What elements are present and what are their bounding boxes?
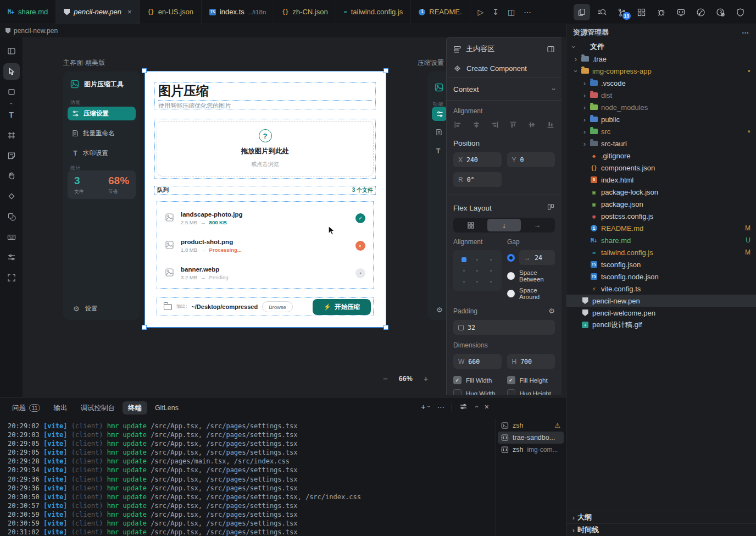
align-middle-v-icon[interactable] (527, 120, 536, 129)
note-tool-icon[interactable] (3, 147, 20, 164)
terminal-config-icon[interactable] (459, 402, 468, 411)
zoom-in-button[interactable]: + (424, 374, 429, 383)
tree-item[interactable]: .trae (566, 53, 756, 65)
tree-item[interactable]: .vscode (566, 77, 756, 89)
width-input[interactable]: W660 (453, 354, 502, 369)
align-top-icon[interactable] (509, 120, 518, 129)
editor-tab[interactable]: TS index.ts .../i18n (202, 0, 274, 24)
tree-item[interactable]: src-tauri (566, 137, 756, 150)
tree-item[interactable]: node_modules (566, 101, 756, 113)
panel-tab[interactable]: 问题 11 (7, 401, 46, 415)
design-header-block[interactable]: 图片压缩 使用智能压缩优化您的图片 (154, 82, 376, 109)
start-compress-button[interactable]: ⚡ 开始压缩 (313, 299, 371, 315)
hug-width-checkbox[interactable]: Hug Width (453, 389, 502, 395)
position-y-input[interactable]: Y0 (507, 152, 555, 167)
pencil-plugin-icon[interactable] (692, 4, 709, 20)
text-tool-icon[interactable]: T (3, 107, 20, 123)
tree-item[interactable]: pencil-new.pen (566, 295, 756, 307)
queue-file-row[interactable]: product-shot.png 1.8 MB → Processing... … (157, 234, 373, 258)
breadcrumb[interactable]: pencil-new.pen (0, 24, 566, 37)
selection-handle-tl[interactable] (142, 68, 147, 73)
design-settings-link[interactable]: ⚙ 设置 (73, 305, 98, 313)
tree-item[interactable]: ▣ package-lock.json (566, 186, 756, 198)
flex-grid-option[interactable] (454, 219, 487, 231)
design-nav-watermark[interactable]: T 水印设置 (68, 146, 136, 160)
fill-width-checkbox[interactable]: ✓Fill Width (453, 376, 502, 384)
tree-item[interactable]: ▣ package.json (566, 198, 756, 210)
context-section-toggle[interactable]: Context › (453, 78, 555, 100)
toggle-panel-icon[interactable] (3, 43, 20, 59)
close-tab-icon[interactable]: × (127, 8, 132, 16)
download-icon[interactable]: ↧ (492, 8, 499, 16)
gap-input[interactable]: ↔ 24 (519, 250, 555, 265)
frame-label-settings[interactable]: 压缩设置 (418, 58, 444, 68)
tree-item[interactable]: dist (566, 89, 756, 101)
editor-tab[interactable]: i README. (411, 0, 470, 24)
search-icon[interactable] (593, 4, 610, 20)
queue-file-row[interactable]: banner.webp 3.2 MB → Pending • (157, 261, 373, 285)
tree-item[interactable]: ⚡ vite.config.ts (566, 283, 756, 295)
rotation-input[interactable]: R0° (453, 172, 502, 187)
tree-item[interactable]: ▴ pencil设计稿.gif (566, 319, 756, 331)
editor-tab[interactable]: {} en-US.json (140, 0, 202, 24)
selection-handle-bl[interactable] (142, 325, 147, 330)
select-tool-icon[interactable] (3, 63, 20, 80)
rectangle-tool-icon[interactable] (3, 84, 20, 100)
explorer-icon[interactable] (574, 4, 590, 20)
tree-item[interactable]: TS tsconfig.node.json (566, 270, 756, 283)
terminal-output[interactable]: 20:29:02 [vite] (client) hmr update /src… (8, 422, 491, 536)
run-icon[interactable]: ▷ (478, 8, 484, 16)
panel-tab[interactable]: 调试控制台 (75, 401, 120, 415)
editor-tab[interactable]: ≈ tailwind.config.js (336, 0, 412, 24)
frame-label-main[interactable]: 主界面-精美版 (63, 58, 105, 68)
shield-icon[interactable] (732, 4, 748, 20)
more-actions-icon[interactable]: ⋯ (742, 29, 749, 37)
design-dropzone[interactable]: ? 拖放图片到此处 或点击浏览 (154, 119, 376, 179)
tree-item[interactable]: ◉ postcss.config.js (566, 210, 756, 222)
new-terminal-plus-icon[interactable]: +› (421, 402, 430, 411)
align-bottom-icon[interactable] (546, 120, 555, 129)
tree-item[interactable]: img-compress-app ● (566, 65, 756, 77)
flex-alignment-grid[interactable] (453, 250, 502, 291)
position-x-input[interactable]: X240 (453, 152, 502, 167)
tree-item[interactable]: public (566, 113, 756, 125)
tree-item[interactable]: {} components.json (566, 162, 756, 174)
flex-row-option[interactable]: → (521, 219, 554, 231)
keyboard-shortcuts-icon[interactable] (3, 229, 20, 245)
hug-height-checkbox[interactable]: Hug Height (507, 389, 555, 395)
editor-tab[interactable]: {} zh-CN.json (274, 0, 336, 24)
design-nav-compress-2[interactable] (432, 107, 447, 121)
panel-tab[interactable]: 终端 (123, 401, 147, 415)
assets-tool-icon[interactable] (3, 208, 20, 225)
tree-item[interactable]: ◆ .gitignore (566, 150, 756, 162)
height-input[interactable]: H700 (507, 354, 555, 369)
flex-layout-icon[interactable] (547, 203, 555, 213)
gap-radio[interactable] (507, 254, 515, 262)
tool-dropdown-chevron-icon[interactable] (10, 99, 13, 104)
close-panel-icon[interactable]: × (485, 403, 489, 411)
zoom-level[interactable]: 66% (399, 375, 413, 383)
fill-height-checkbox[interactable]: ✓Fill Height (507, 376, 555, 384)
align-right-icon[interactable] (491, 120, 499, 129)
design-main-frame[interactable]: 图片压缩 使用智能压缩优化您的图片 ? 拖放图片到此处 或点击浏览 队列 3 个… (144, 71, 386, 328)
space-between-radio[interactable] (507, 272, 515, 280)
tree-item[interactable]: pencil-welcome.pen (566, 307, 756, 319)
space-around-radio[interactable] (507, 290, 515, 297)
panel-tab[interactable]: GitLens (149, 401, 184, 415)
selection-handle-tr[interactable] (383, 68, 388, 73)
tree-item[interactable]: src ● (566, 125, 756, 137)
split-editor-icon[interactable]: ◫ (508, 8, 515, 16)
hand-tool-icon[interactable] (3, 168, 20, 184)
timeline-section[interactable]: 时间线 (566, 523, 756, 536)
panel-tab[interactable]: 输出 (48, 401, 73, 415)
outline-section[interactable]: 大纲 (566, 511, 756, 523)
frame-tool-icon[interactable] (3, 127, 20, 143)
tree-item[interactable]: 5 index.html (566, 174, 756, 186)
design-nav-rename[interactable]: 批量重命名 (68, 126, 136, 140)
queue-file-row[interactable]: landscape-photo.jpg 2.5 MB → 800 KB ✓ (157, 206, 373, 230)
extensions-icon[interactable] (633, 4, 649, 20)
editor-tab[interactable]: pencil-new.pen × (56, 0, 140, 24)
more-actions-icon[interactable]: ⋯ (437, 403, 444, 411)
terminal-session[interactable]: zsh ⚠ (498, 419, 564, 432)
padding-settings-gear-icon[interactable]: ⚙ (548, 307, 555, 315)
